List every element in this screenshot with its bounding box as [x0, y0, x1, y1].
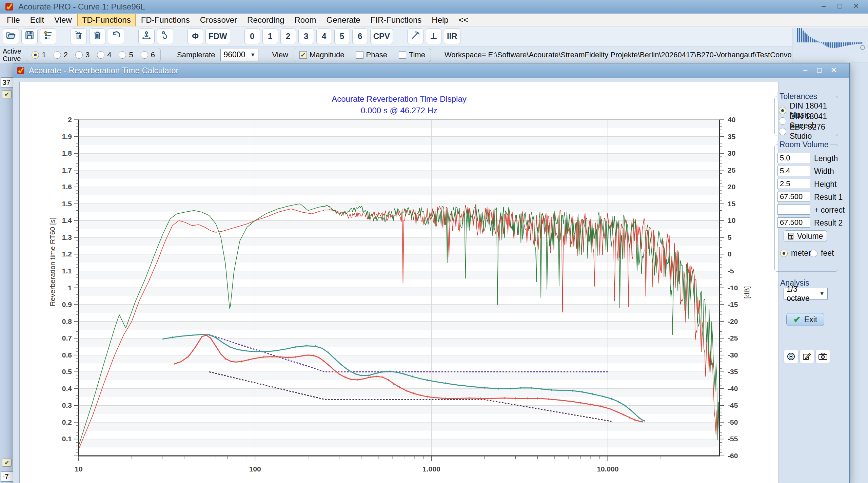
radio-label: 1 — [42, 51, 46, 59]
svg-text:1.4: 1.4 — [62, 216, 72, 224]
view-label: View — [272, 51, 288, 59]
active-curve-radio-1[interactable]: 1 — [32, 51, 46, 59]
iir-button[interactable]: IIR — [444, 28, 460, 44]
delete-button[interactable] — [89, 28, 105, 44]
menu-item-recording[interactable]: Recording — [242, 14, 289, 26]
tolerance-radio-ebu-3276-studio[interactable]: EBU 3276 Studio — [779, 122, 849, 141]
room-field-value: 2.5 — [780, 179, 790, 188]
svg-text:1.7: 1.7 — [62, 166, 72, 174]
room-field-result-2[interactable]: 67.500 — [777, 217, 810, 228]
view-group: ✔MagnitudePhaseTime — [294, 48, 431, 62]
svg-text:25: 25 — [728, 166, 736, 174]
menu-item-fir-functions[interactable]: FIR-Functions — [366, 14, 427, 26]
active-curve-radio-2[interactable]: 2 — [54, 51, 68, 59]
svg-text:10: 10 — [75, 465, 82, 473]
minimize-icon[interactable]: – — [817, 1, 830, 11]
checkbox-icon — [356, 51, 363, 59]
curve-1-button[interactable]: 1 — [262, 28, 278, 44]
room-field-height[interactable]: 2.5 — [777, 179, 810, 189]
exit-button[interactable]: ✔ Exit — [786, 313, 824, 326]
unit-radio-meter[interactable]: meter — [780, 249, 811, 258]
curve-0-button[interactable]: 0 — [244, 28, 260, 44]
impulse-thumbnail-panel[interactable] — [792, 28, 868, 62]
active-curve-radio-5[interactable]: 5 — [119, 51, 133, 59]
volume-button[interactable]: Volume — [784, 230, 827, 242]
svg-text:1.9: 1.9 — [62, 133, 72, 140]
dialog-logo-icon — [17, 66, 25, 75]
analysis-select[interactable]: 1/3 octave ▼ — [784, 288, 828, 300]
svg-text:0.3: 0.3 — [62, 401, 72, 409]
close-icon[interactable]: ✕ — [850, 1, 863, 11]
curve-visible-top-checkbox[interactable]: ✔ — [2, 90, 12, 98]
active-curve-radio-6[interactable]: 6 — [141, 51, 155, 59]
dialog-maximize-icon[interactable]: □ — [814, 66, 825, 75]
workspace-path: Workspace= E:\Software\Acourate\StreamFi… — [445, 51, 809, 59]
gain-bottom-input[interactable]: -7 — [1, 471, 14, 482]
rt60-chart[interactable]: 0.10.20.30.40.50.60.70.80.911.11.21.31.4… — [20, 82, 778, 483]
curve-5-button[interactable]: 5 — [334, 28, 350, 44]
dialog-minimize-icon[interactable]: – — [800, 66, 811, 75]
open-button[interactable] — [3, 28, 19, 44]
edit-button[interactable] — [800, 350, 814, 363]
menu-item-fd-functions[interactable]: FD-Functions — [136, 14, 195, 26]
fdw-button[interactable]: FDW — [205, 28, 230, 44]
curve-4-button[interactable]: 4 — [316, 28, 332, 44]
cursor-target-button[interactable] — [784, 350, 798, 363]
room-field-value: 67.500 — [780, 192, 803, 201]
menu-item-td-functions[interactable]: TD-Functions — [77, 14, 136, 26]
active-curve-radio-4[interactable]: 4 — [97, 51, 111, 59]
view-checkbox-time[interactable]: Time — [399, 51, 425, 59]
samplerate-value: 96000 — [223, 50, 245, 59]
menu-item-generate[interactable]: Generate — [322, 14, 365, 26]
record-button[interactable] — [157, 28, 173, 44]
toolbar-group: ΦFDW — [188, 28, 230, 44]
cpv-button[interactable]: CPV — [370, 28, 393, 44]
maximize-icon[interactable]: □ — [833, 1, 846, 11]
curve-6-button[interactable]: 6 — [352, 28, 368, 44]
unit-label: meter — [791, 249, 811, 258]
view-checkbox-magnitude[interactable]: ✔Magnitude — [299, 51, 344, 59]
gain-top-input[interactable]: 37 — [1, 77, 14, 88]
mic-icon — [160, 30, 170, 42]
room-field-width[interactable]: 5.4 — [777, 166, 810, 176]
menu-item-file[interactable]: File — [2, 14, 25, 26]
menu-item-crossover[interactable]: Crossover — [195, 14, 242, 26]
toolbar: ΦFDW0123456CPV⊥IIR — [0, 26, 868, 46]
undo-button[interactable] — [108, 28, 124, 44]
active-curve-radio-3[interactable]: 3 — [75, 51, 90, 59]
chart-subtitle: 0.000 s @ 46.272 Hz — [79, 106, 719, 115]
menu-item-help[interactable]: Help — [427, 14, 453, 26]
menu-item-room[interactable]: Room — [290, 14, 321, 26]
radio-label: 3 — [85, 51, 90, 59]
curve-2-button[interactable]: 2 — [280, 28, 296, 44]
menu-item--[interactable]: << — [454, 14, 473, 26]
checkbox-icon — [399, 51, 406, 59]
main-window-title: Acourate PRO - Curve 1: Pulse96L — [18, 2, 145, 12]
dialog-titlebar[interactable]: Acourate - Reverberation Time Calculator… — [13, 63, 849, 78]
room-field-result-1[interactable]: 67.500 — [777, 192, 810, 202]
save-button[interactable] — [21, 28, 38, 44]
mic-position-button[interactable] — [138, 28, 155, 44]
curve-visible-bottom-checkbox[interactable]: ✔ — [2, 459, 12, 467]
room-field--correct[interactable] — [777, 205, 810, 215]
samplerate-select[interactable]: 96000 ▼ — [220, 49, 258, 61]
curve-3-button[interactable]: 3 — [298, 28, 314, 44]
open-folder-icon — [6, 30, 16, 42]
control-row: Active Curve 123456 Samplerate 96000 ▼ V… — [0, 46, 868, 63]
unit-radio-feet[interactable]: feet — [810, 249, 834, 258]
svg-text:5: 5 — [728, 233, 732, 241]
menu-item-view[interactable]: View — [50, 14, 77, 26]
phase-button[interactable]: Φ — [188, 28, 203, 44]
view-checkbox-phase[interactable]: Phase — [356, 51, 387, 59]
snapshot-button[interactable] — [815, 350, 830, 363]
radio-dot-icon — [32, 51, 39, 59]
crossover-tool-button[interactable] — [407, 28, 423, 44]
curve-manager-button[interactable] — [40, 28, 56, 44]
menu-item-edit[interactable]: Edit — [25, 14, 49, 26]
delete-curve-button[interactable] — [71, 28, 87, 44]
dialog-close-icon[interactable]: ✕ — [828, 66, 839, 75]
svg-text:-35: -35 — [728, 368, 738, 375]
perpendicular-button[interactable]: ⊥ — [426, 28, 441, 44]
main-window-titlebar: Acourate PRO - Curve 1: Pulse96L – □ ✕ — [0, 0, 868, 14]
room-field-length[interactable]: 5.0 — [777, 153, 810, 163]
